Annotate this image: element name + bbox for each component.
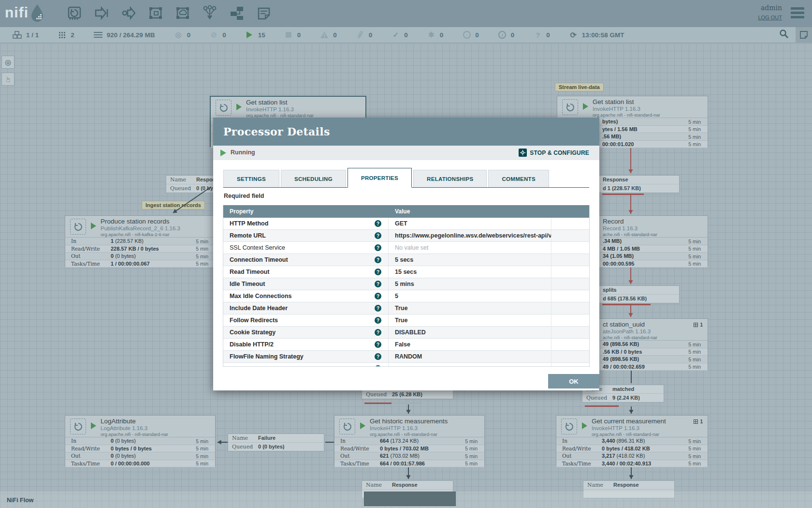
refresh-icon[interactable]: ⟳	[569, 30, 578, 40]
processor-get-historic-measurements[interactable]: Get historic measurementsInvokeHTTP 1.16…	[334, 415, 485, 466]
processor-produce-station-records[interactable]: Produce station recordsPublishKafkaRecor…	[65, 215, 216, 267]
connection-field-value: Response	[392, 482, 418, 488]
status-count: 0	[222, 31, 226, 39]
help-icon[interactable]: ?	[375, 220, 381, 227]
property-value: True	[395, 317, 407, 324]
threads-icon	[58, 31, 66, 39]
help-icon[interactable]: ?	[375, 281, 381, 287]
property-row-disable-http-2: Disable HTTP/2?False	[223, 339, 589, 351]
help-icon[interactable]: ?	[375, 256, 381, 263]
process-group-icon[interactable]	[148, 5, 164, 22]
stat-window: 5 min	[196, 239, 208, 244]
property-name: Disable HTTP/2	[230, 341, 375, 348]
processor-details-dialog: Processor Details Running STOP & CONFIGU…	[213, 118, 599, 390]
connection-field-name: Queued	[232, 444, 253, 450]
status-item-queued: 920 / 264.29 MB	[94, 31, 155, 39]
funnel-icon[interactable]	[202, 5, 218, 22]
status-count: 0	[440, 31, 444, 39]
property-value: 15 secs	[395, 269, 417, 275]
connection-field-value: Response	[613, 482, 639, 488]
stat-label: Tasks/Time	[340, 461, 369, 466]
stat-value: 0 (0 bytes)	[111, 253, 136, 259]
stat-window: 5 min	[465, 446, 478, 451]
tab-properties[interactable]: PROPERTIES	[348, 168, 412, 188]
palette-button-hand-icon[interactable]: ☞	[1, 73, 14, 86]
property-row-idle-timeout: Idle Timeout?5 mins	[223, 278, 589, 290]
processor-title: Record	[603, 218, 624, 225]
ok-button[interactable]: OK	[548, 374, 599, 388]
logout-link[interactable]: LOG OUT	[758, 15, 782, 20]
processor-title: ct station_uuid	[603, 321, 645, 328]
stat-window: 5 min	[688, 126, 701, 132]
stat-value: 0 bytes / 0 bytes	[111, 446, 152, 451]
help-icon[interactable]: ?	[375, 232, 381, 239]
processor-type: InvokeHTTP 1.16.3	[370, 425, 418, 431]
stat-value: 0 bytes / 703.02 MB	[380, 446, 429, 451]
status-item-disabled: 0	[356, 31, 373, 39]
processor-bundle: org.apache.nifi - nifi-standard-nar	[101, 432, 168, 437]
template-icon[interactable]	[229, 5, 246, 22]
help-icon[interactable]: ?	[375, 353, 381, 360]
cluster-icon	[13, 31, 22, 39]
tab-scheduling[interactable]: SCHEDULING	[281, 170, 346, 187]
stat-label: Out	[71, 253, 81, 259]
connection-label-text: d 685 (178.56 KB)	[603, 296, 647, 301]
help-icon[interactable]: ?	[375, 244, 381, 251]
property-row-include-date-header: Include Date Header?True	[223, 302, 589, 314]
status-item-running: 15	[246, 31, 265, 39]
queue-progress-fill	[585, 405, 619, 407]
processor-logattribute[interactable]: LogAttributeLogAttribute 1.16.3org.apach…	[65, 415, 216, 466]
queue-progress-fill	[602, 194, 644, 195]
stat-label: Out	[340, 453, 350, 459]
status-item-stale: ↑0	[463, 31, 479, 39]
current-user: admin	[758, 4, 782, 12]
processor-title: LogAttribute	[101, 418, 136, 425]
help-icon[interactable]: ?	[375, 317, 381, 324]
queued-icon	[94, 31, 102, 39]
property-row-attributes-to-send: Attributes to Send?No value set	[223, 363, 589, 367]
property-row-ssl-context-service: SSL Context Service?No value set	[223, 242, 589, 254]
dialog-header: Processor Details	[213, 118, 599, 146]
processor-get-current-measurement[interactable]: Get current measurementInvokeHTTP 1.16.3…	[556, 415, 708, 466]
processor-title: Get historic measurements	[370, 418, 448, 425]
property-name: Connection Timeout	[230, 256, 375, 263]
status-count: 0	[187, 31, 191, 39]
property-row-http-method: HTTP Method?GET	[223, 218, 589, 230]
status-count: 0	[297, 31, 301, 39]
connection-label-failure[interactable]: NameFailureQueued0 (0 bytes)	[228, 433, 324, 451]
property-value: 5 secs	[395, 256, 413, 263]
column-property: Property	[223, 208, 389, 215]
help-icon[interactable]: ?	[375, 305, 381, 312]
label-icon[interactable]	[256, 5, 273, 22]
connection-field-name: Queued	[170, 185, 191, 192]
stat-label: Read/Write	[71, 246, 100, 252]
flow-label[interactable]: Stream live-data	[555, 83, 604, 91]
help-icon[interactable]: ?	[375, 269, 381, 275]
remote-process-group-icon[interactable]	[175, 5, 191, 22]
property-value: 5 mins	[395, 281, 414, 287]
tab-relationships[interactable]: RELATIONSHIPS	[413, 170, 487, 187]
tasks-badge: 1	[694, 322, 703, 328]
stop-and-configure-button[interactable]: STOP & CONFIGURE	[519, 149, 589, 157]
palette-button-birdseye-icon[interactable]: ◎	[1, 56, 14, 69]
processor-icon[interactable]	[67, 5, 83, 22]
help-icon[interactable]: ?	[375, 293, 381, 299]
connection-field-name: Name	[232, 435, 248, 441]
tab-comments[interactable]: COMMENTS	[488, 170, 549, 187]
help-icon[interactable]: ?	[375, 365, 381, 367]
processor-bundle: org.apache.nifi - nifi-standard-nar	[592, 432, 659, 437]
global-menu-icon[interactable]	[791, 7, 804, 20]
tab-settings[interactable]: SETTINGS	[223, 170, 279, 187]
breadcrumb-nifi-flow[interactable]: NiFi Flow	[7, 497, 34, 504]
output-port-icon[interactable]	[121, 5, 137, 22]
bulletin-panel-toggle[interactable]	[796, 27, 812, 43]
processor-state: Running	[231, 149, 255, 156]
property-value: RANDOM	[395, 353, 422, 360]
search-icon[interactable]	[779, 29, 789, 41]
help-icon[interactable]: ?	[375, 341, 381, 348]
status-count: 2	[71, 31, 74, 39]
help-icon[interactable]: ?	[375, 329, 381, 336]
flow-label[interactable]: Ingest station records	[142, 201, 205, 209]
input-port-icon[interactable]	[94, 5, 110, 22]
stat-value: 1 / 00:00:00.067	[111, 261, 150, 267]
